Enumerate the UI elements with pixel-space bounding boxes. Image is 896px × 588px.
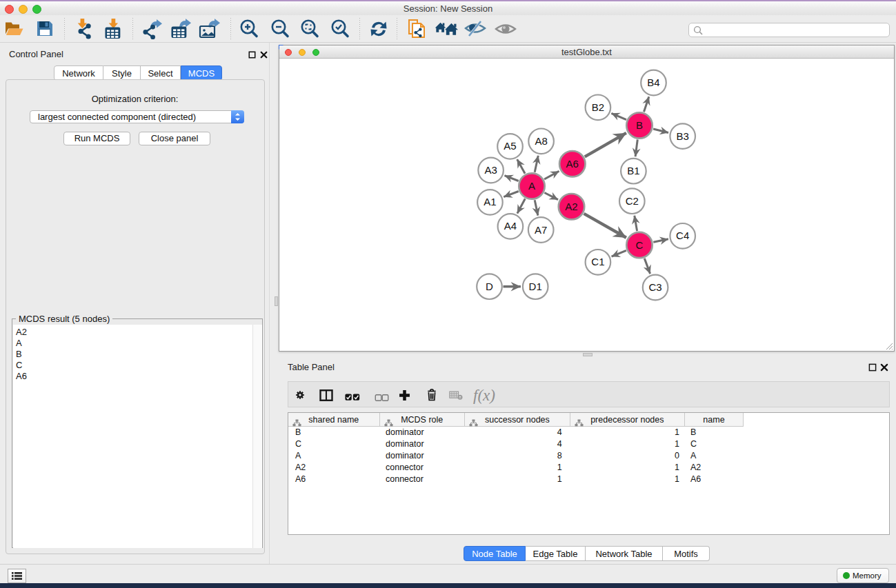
- svg-text:C2: C2: [626, 195, 639, 207]
- svg-text:A5: A5: [504, 140, 516, 152]
- svg-text:C3: C3: [649, 281, 662, 293]
- svg-text:A2: A2: [565, 201, 577, 212]
- svg-text:D1: D1: [529, 281, 542, 292]
- svg-text:A6: A6: [566, 158, 579, 170]
- svg-text:D: D: [486, 281, 493, 292]
- svg-text:B2: B2: [592, 101, 604, 113]
- svg-text:A8: A8: [535, 135, 547, 147]
- svg-text:A: A: [528, 180, 535, 192]
- svg-text:C1: C1: [591, 256, 604, 267]
- svg-text:A3: A3: [484, 164, 497, 176]
- svg-text:B1: B1: [627, 165, 639, 176]
- svg-text:B: B: [636, 119, 643, 131]
- svg-text:B3: B3: [677, 130, 689, 142]
- svg-text:A7: A7: [535, 224, 547, 236]
- svg-text:A1: A1: [484, 196, 496, 207]
- svg-text:B4: B4: [647, 77, 659, 88]
- svg-text:C: C: [636, 239, 644, 251]
- svg-text:A4: A4: [504, 220, 517, 232]
- svg-text:C4: C4: [676, 230, 689, 241]
